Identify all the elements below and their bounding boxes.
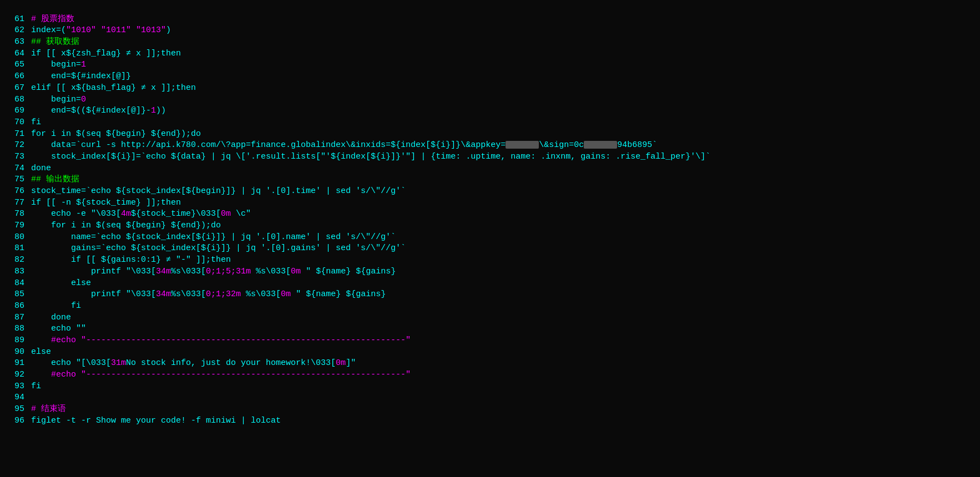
code-token: ## 获取数据 bbox=[31, 37, 79, 47]
code-token: " ${name} ${gains} bbox=[301, 267, 396, 276]
code-token: 0m bbox=[221, 209, 231, 219]
code-token: for i in $(seq ${begin} ${end});do bbox=[31, 221, 221, 230]
line-content: echo "[\033[31mNo stock info, just do yo… bbox=[31, 358, 976, 369]
table-row: 69 end=$((${#index[@]}-1)) bbox=[0, 105, 980, 117]
line-number: 87 bbox=[4, 312, 24, 324]
line-content: if [[ x${zsh_flag} ≠ x ]];then bbox=[31, 48, 976, 60]
line-number: 86 bbox=[4, 301, 24, 312]
line-number: 74 bbox=[4, 163, 24, 175]
table-row: 74done bbox=[0, 163, 980, 175]
line-number: 70 bbox=[4, 117, 24, 129]
table-row: 81 gains=`echo ${stock_index[${i}]} | jq… bbox=[0, 243, 980, 255]
line-number: 68 bbox=[4, 94, 24, 106]
line-number: 72 bbox=[4, 140, 24, 151]
code-token: " ${name} ${gains} bbox=[291, 290, 386, 299]
code-token: ≠ bbox=[126, 49, 131, 58]
code-token: \&sign=0c bbox=[539, 140, 584, 150]
line-content: printf "\033[34m%s\033[0;1;32m %s\033[0m… bbox=[31, 289, 976, 301]
line-content: stock_index[${i}]=`echo ${data} | jq \['… bbox=[31, 151, 976, 163]
code-token: | {time: .uptime, name: .inxnm, gains: .… bbox=[416, 152, 710, 161]
code-token: index=( bbox=[31, 26, 66, 35]
code-token: ]" bbox=[346, 358, 356, 368]
redacted-text: BLUR bbox=[506, 141, 539, 149]
code-token: end=$((${#index[@]}- bbox=[31, 106, 151, 115]
code-token: fi bbox=[31, 301, 81, 311]
line-number: 83 bbox=[4, 266, 24, 278]
table-row: 61# 股票指数 bbox=[0, 14, 980, 26]
line-number: 71 bbox=[4, 129, 24, 140]
table-row: 96figlet -t -r Show me your code! -f min… bbox=[0, 415, 980, 427]
code-token: 0;1;5;31m bbox=[206, 267, 251, 276]
table-row: 92 #echo "------------------------------… bbox=[0, 369, 980, 381]
code-token: %s\033[ bbox=[241, 290, 281, 299]
table-row: 65 begin=1 bbox=[0, 59, 980, 71]
table-row: 70fi bbox=[0, 117, 980, 129]
code-token: 1 bbox=[151, 106, 156, 115]
line-content: done bbox=[31, 163, 976, 175]
redacted-text: BLUR2 bbox=[584, 141, 617, 149]
line-content: begin=0 bbox=[31, 94, 976, 106]
code-token: if [[ -n ${stock_time} ]];then bbox=[31, 198, 181, 207]
code-token: x ]];then bbox=[131, 49, 181, 58]
code-token: end=${#index[@]} bbox=[31, 72, 131, 81]
code-token: echo -e "\033[ bbox=[31, 209, 121, 219]
code-token: # 结束语 bbox=[31, 404, 66, 414]
table-row: 71for i in $(seq ${begin} ${end});do bbox=[0, 129, 980, 140]
code-editor: 61# 股票指数62index=("1010" "1011" "1013")63… bbox=[0, 0, 980, 429]
line-content: figlet -t -r Show me your code! -f miniw… bbox=[31, 415, 976, 427]
line-content: else bbox=[31, 347, 976, 358]
table-row: 80 name=`echo ${stock_index[${i}]} | jq … bbox=[0, 232, 980, 243]
code-token: done bbox=[31, 164, 51, 173]
code-token: done bbox=[31, 313, 71, 322]
code-token: "1013" bbox=[136, 26, 166, 35]
code-token: if [[ ${gains:0:1} bbox=[31, 255, 166, 265]
line-content: done bbox=[31, 312, 976, 324]
line-number: 63 bbox=[4, 37, 24, 48]
table-row: 73 stock_index[${i}]=`echo ${data} | jq … bbox=[0, 151, 980, 163]
code-token: %s\033[ bbox=[171, 267, 206, 276]
table-row: 77if [[ -n ${stock_time} ]];then bbox=[0, 197, 980, 209]
line-number: 93 bbox=[4, 381, 24, 393]
line-content: # 股票指数 bbox=[31, 14, 976, 26]
line-content: echo -e "\033[4m${stock_time}\033[0m \c" bbox=[31, 209, 976, 220]
code-token: else bbox=[31, 278, 91, 288]
code-token: #echo "---------------------------------… bbox=[31, 370, 411, 379]
code-token: \c" bbox=[231, 209, 251, 219]
line-content: fi bbox=[31, 301, 976, 312]
table-row: 86 fi bbox=[0, 301, 980, 312]
line-number: 88 bbox=[4, 323, 24, 335]
line-number: 76 bbox=[4, 186, 24, 197]
line-content: for i in $(seq ${begin} ${end});do bbox=[31, 129, 976, 140]
code-token: fi bbox=[31, 382, 41, 391]
table-row: 85 printf "\033[34m%s\033[0;1;32m %s\033… bbox=[0, 289, 980, 301]
line-content: index=("1010" "1011" "1013") bbox=[31, 25, 976, 37]
code-token: #echo "---------------------------------… bbox=[31, 336, 411, 345]
table-row: 88 echo "" bbox=[0, 323, 980, 335]
line-content: fi bbox=[31, 117, 976, 129]
code-token: 0m bbox=[281, 290, 291, 299]
line-content: stock_time=`echo ${stock_index[${begin}]… bbox=[31, 186, 976, 197]
table-row: 83 printf "\033[34m%s\033[0;1;5;31m %s\0… bbox=[0, 266, 980, 278]
code-token: %s\033[ bbox=[171, 290, 206, 299]
code-token: printf "\033[ bbox=[31, 290, 156, 299]
table-row: 94 bbox=[0, 392, 980, 404]
code-token: x ]];then bbox=[146, 83, 196, 93]
code-token: stock_time=`echo ${stock_index[${begin}]… bbox=[31, 186, 406, 196]
code-token: ≠ bbox=[166, 255, 171, 265]
code-token: figlet -t -r Show me your code! -f miniw… bbox=[31, 416, 281, 425]
line-number: 94 bbox=[4, 392, 24, 404]
code-token: gains=`echo ${stock_index[${i}]} | jq '.… bbox=[31, 243, 406, 253]
code-token: "1011" bbox=[101, 26, 131, 35]
code-token: data=`curl -s http://api.k780.com/\?app=… bbox=[31, 140, 506, 150]
table-row: 68 begin=0 bbox=[0, 94, 980, 106]
line-number: 64 bbox=[4, 48, 24, 60]
code-token: 94b6895` bbox=[617, 140, 657, 150]
line-number: 80 bbox=[4, 232, 24, 243]
line-number: 65 bbox=[4, 59, 24, 71]
code-token: 0 bbox=[81, 95, 86, 104]
line-number: 67 bbox=[4, 83, 24, 94]
code-token: name=`echo ${stock_index[${i}]} | jq '.[… bbox=[31, 232, 396, 242]
table-row: 66 end=${#index[@]} bbox=[0, 71, 980, 83]
line-number: 90 bbox=[4, 347, 24, 358]
code-token: printf "\033[ bbox=[31, 267, 156, 276]
